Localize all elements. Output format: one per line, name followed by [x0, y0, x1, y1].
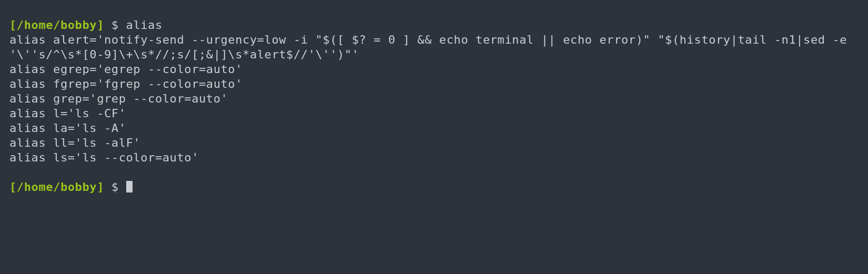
output-line: alias ls='ls --color=auto'	[9, 150, 859, 165]
prompt-path: [/home/bobby]	[9, 18, 104, 32]
output-line: alias egrep='egrep --color=auto'	[9, 62, 859, 77]
blank-line	[9, 165, 859, 180]
output-line: alias fgrep='fgrep --color=auto'	[9, 77, 859, 92]
prompt-line-2: [/home/bobby] $	[9, 180, 859, 195]
output-line: alias ll='ls -alF'	[9, 136, 859, 150]
cursor-block-icon	[126, 181, 133, 192]
output-line: alias la='ls -A'	[9, 121, 859, 136]
prompt-path: [/home/bobby]	[9, 180, 104, 194]
prompt-line-1: [/home/bobby] $ alias	[9, 18, 859, 33]
prompt-symbol: $	[104, 18, 126, 32]
prompt-symbol: $	[104, 180, 126, 194]
output-line: alias grep='grep --color=auto'	[9, 92, 859, 106]
typed-command: alias	[126, 18, 163, 32]
output-line: alias l='ls -CF'	[9, 106, 859, 121]
terminal-viewport[interactable]: [/home/bobby] $ aliasalias alert='notify…	[0, 0, 868, 274]
output-line: alias alert='notify-send --urgency=low -…	[9, 33, 859, 62]
